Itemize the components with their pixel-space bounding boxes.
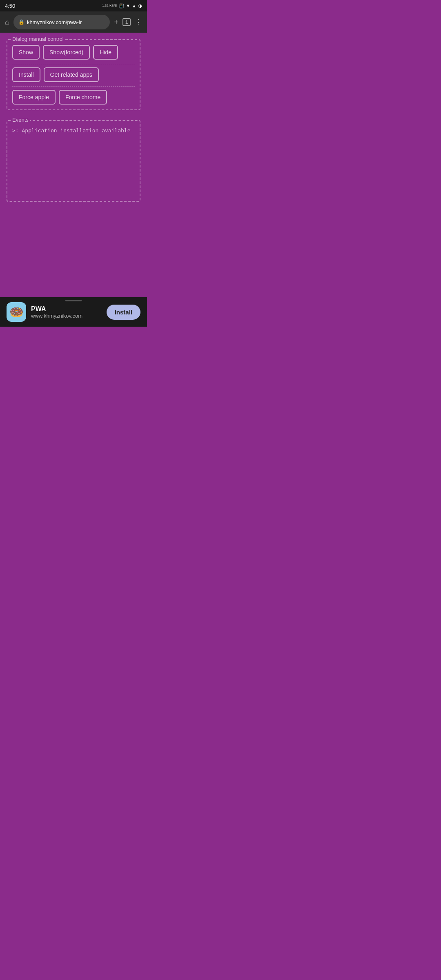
dialog-control-title: Dialog manual control — [11, 36, 65, 42]
status-icons: 1.32 KB/S 📳 ▼ ▲ ◑ — [102, 3, 142, 9]
home-button[interactable]: ⌂ — [3, 16, 11, 28]
signal-icon: ▲ — [132, 3, 136, 8]
button-row-2: Install Get related apps — [12, 67, 135, 82]
event-log: >: Application installation available — [12, 127, 135, 134]
install-pwa-button[interactable]: Install — [107, 305, 140, 320]
browser-bar: ⌂ 🔒 khmyznikov.com/pwa-ir + 1 ⋮ — [0, 11, 147, 33]
hide-button[interactable]: Hide — [93, 45, 118, 60]
vibrate-icon: 📳 — [118, 3, 124, 9]
force-chrome-button[interactable]: Force chrome — [59, 90, 107, 105]
app-name: PWA — [31, 305, 102, 313]
app-url: www.khmyznikov.com — [31, 313, 102, 319]
wifi-icon: ▼ — [126, 3, 130, 8]
row-divider-1 — [12, 64, 135, 64]
status-bar: 4:50 1.32 KB/S 📳 ▼ ▲ ◑ — [0, 0, 147, 11]
drag-handle — [65, 300, 82, 301]
events-box: Events >: Application installation avail… — [7, 120, 140, 202]
events-title: Events — [11, 117, 30, 123]
data-speed: 1.32 KB/S — [102, 4, 117, 8]
more-options-button[interactable]: ⋮ — [133, 16, 144, 28]
app-icon: 🍩 — [7, 302, 26, 322]
force-apple-button[interactable]: Force apple — [12, 90, 56, 105]
app-icon-emoji: 🍩 — [9, 305, 24, 319]
lock-icon: 🔒 — [18, 19, 24, 25]
get-related-apps-button[interactable]: Get related apps — [44, 67, 99, 82]
show-button[interactable]: Show — [12, 45, 40, 60]
status-time: 4:50 — [5, 3, 15, 9]
tab-count[interactable]: 1 — [122, 18, 131, 26]
button-row-3: Force apple Force chrome — [12, 90, 135, 105]
url-bar[interactable]: 🔒 khmyznikov.com/pwa-ir — [13, 15, 110, 29]
install-bar: 🍩 PWA www.khmyznikov.com Install — [0, 297, 147, 327]
button-row-1: Show Show(forced) Hide — [12, 45, 135, 60]
new-tab-button[interactable]: + — [112, 16, 120, 28]
show-forced-button[interactable]: Show(forced) — [43, 45, 90, 60]
row-divider-2 — [12, 86, 135, 87]
install-button[interactable]: Install — [12, 67, 40, 82]
battery-icon: ◑ — [138, 3, 142, 9]
main-content: Dialog manual control Show Show(forced) … — [0, 33, 147, 297]
url-text: khmyznikov.com/pwa-ir — [27, 19, 105, 25]
app-info: PWA www.khmyznikov.com — [31, 305, 102, 319]
dialog-control-box: Dialog manual control Show Show(forced) … — [7, 39, 140, 110]
browser-actions: + 1 ⋮ — [112, 16, 144, 28]
